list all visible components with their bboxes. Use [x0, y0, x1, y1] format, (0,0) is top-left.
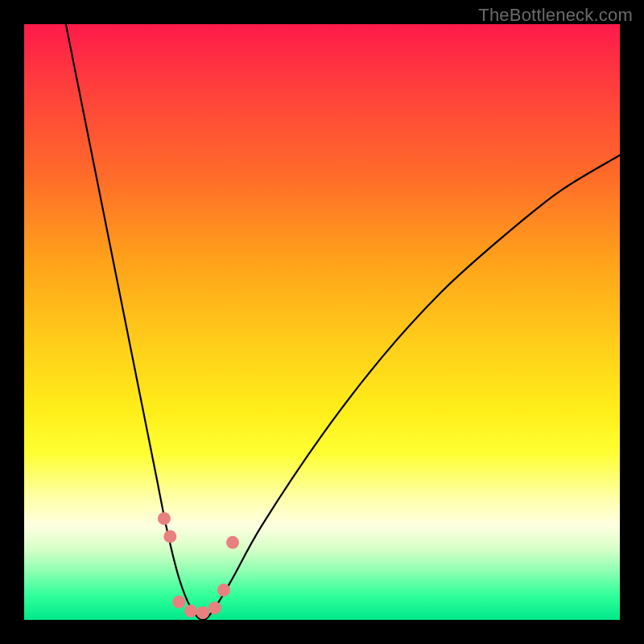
marker-point [163, 530, 176, 543]
chart-svg [24, 24, 620, 620]
watermark-text: TheBottleneck.com [478, 5, 633, 26]
marker-point [158, 512, 171, 525]
marker-point [217, 584, 230, 597]
marker-point [172, 596, 185, 609]
bottleneck-curve-line [66, 24, 620, 620]
marker-point [226, 536, 239, 549]
marker-point [196, 606, 209, 619]
marker-point [208, 601, 221, 614]
highlighted-markers [158, 512, 239, 619]
chart-plot-area [24, 24, 620, 620]
marker-point [184, 605, 197, 617]
